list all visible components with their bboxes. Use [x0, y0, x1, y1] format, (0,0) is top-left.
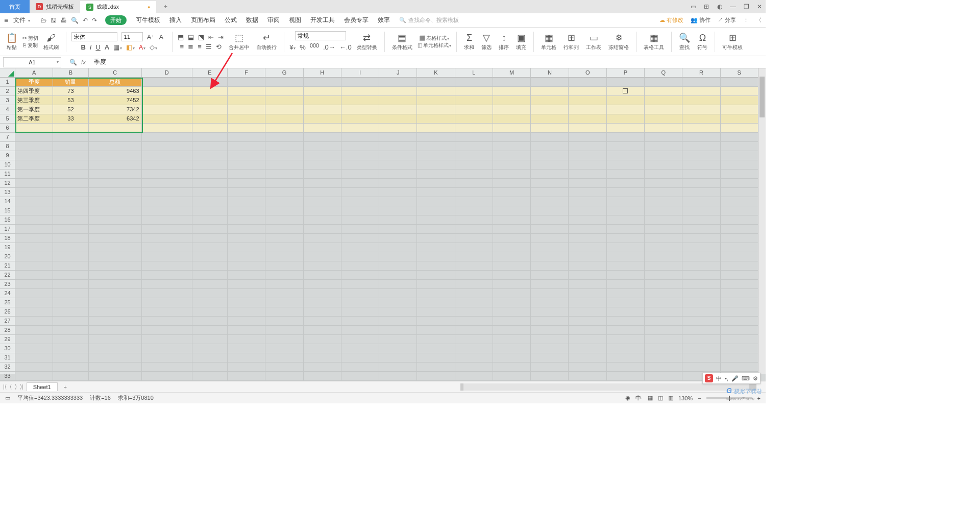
cell[interactable] — [265, 307, 303, 317]
cell[interactable] — [493, 234, 531, 243]
border-icon[interactable]: ▦▾ — [113, 43, 122, 51]
cell[interactable] — [192, 344, 228, 353]
tab-workbook[interactable]: S 成绩.xlsx ● — [80, 0, 156, 13]
cell[interactable] — [142, 307, 192, 317]
cell[interactable] — [379, 289, 417, 298]
cell[interactable] — [493, 289, 531, 298]
cell[interactable] — [417, 151, 455, 160]
cell[interactable] — [15, 225, 53, 234]
cell[interactable] — [341, 78, 379, 87]
cell[interactable] — [341, 280, 379, 289]
cell[interactable] — [304, 206, 341, 215]
cell[interactable] — [304, 317, 341, 326]
unsynced-label[interactable]: ☁ 有修改 — [659, 16, 683, 24]
cell[interactable] — [379, 372, 417, 381]
cell[interactable] — [15, 124, 53, 133]
cell[interactable]: 52 — [53, 105, 88, 114]
cell[interactable] — [493, 96, 531, 105]
cell[interactable] — [142, 160, 192, 170]
cell[interactable] — [569, 96, 606, 105]
cell[interactable] — [53, 151, 88, 160]
cell[interactable] — [531, 151, 569, 160]
row-header-6[interactable]: 6 — [0, 124, 15, 133]
row-header-14[interactable]: 14 — [0, 197, 15, 206]
cell[interactable] — [89, 271, 142, 280]
cell[interactable] — [341, 206, 379, 215]
cell[interactable] — [341, 133, 379, 142]
more-icon[interactable]: ⋮ — [743, 17, 749, 23]
cell[interactable] — [645, 142, 682, 151]
cell[interactable] — [265, 87, 303, 96]
cell[interactable] — [341, 298, 379, 307]
sheet-nav-last[interactable]: ⟩| — [20, 383, 23, 390]
cell[interactable] — [341, 372, 379, 381]
ime-toolbar[interactable]: S 中 •, 🎤 ⌨ ⚙ — [702, 373, 761, 384]
cell[interactable] — [493, 215, 531, 225]
cell[interactable] — [15, 280, 53, 289]
cell[interactable] — [569, 78, 606, 87]
cell[interactable] — [304, 105, 341, 114]
zoom-out-icon[interactable]: − — [698, 395, 701, 401]
cell[interactable] — [493, 317, 531, 326]
cell[interactable] — [455, 280, 493, 289]
cell[interactable]: 53 — [53, 96, 88, 105]
cell[interactable] — [379, 179, 417, 188]
cell[interactable] — [265, 234, 303, 243]
cell[interactable]: 季度 — [15, 78, 53, 87]
cell[interactable] — [192, 261, 228, 271]
cell[interactable] — [341, 326, 379, 335]
cell[interactable] — [142, 151, 192, 160]
cell[interactable] — [265, 317, 303, 326]
cell[interactable] — [607, 142, 645, 151]
file-menu[interactable]: 文件 ▾ — [13, 16, 30, 25]
cell[interactable] — [493, 252, 531, 261]
cell[interactable] — [607, 179, 645, 188]
cell[interactable] — [607, 353, 645, 363]
number-format-select[interactable] — [295, 31, 346, 40]
ime-punct-icon[interactable]: •, — [725, 375, 728, 381]
cell[interactable] — [304, 252, 341, 261]
cell[interactable] — [569, 179, 606, 188]
cell[interactable] — [682, 160, 720, 170]
cell[interactable] — [265, 353, 303, 363]
cell[interactable] — [607, 188, 645, 197]
cell[interactable] — [142, 353, 192, 363]
cell[interactable] — [682, 243, 720, 252]
cell[interactable] — [721, 142, 758, 151]
cell[interactable] — [645, 271, 682, 280]
cell[interactable] — [228, 114, 265, 124]
cell[interactable] — [15, 170, 53, 179]
cell[interactable] — [228, 261, 265, 271]
cell[interactable] — [721, 326, 758, 335]
row-header-15[interactable]: 15 — [0, 206, 15, 215]
cell[interactable] — [531, 96, 569, 105]
fx-icon[interactable]: fx — [81, 59, 86, 66]
cell[interactable] — [89, 133, 142, 142]
horizontal-scrollbar[interactable] — [460, 383, 756, 391]
select-all-corner[interactable] — [0, 68, 15, 78]
sheet-nav-prev[interactable]: ⟨ — [10, 383, 12, 390]
cell[interactable] — [192, 188, 228, 197]
cell[interactable] — [379, 105, 417, 114]
cell[interactable] — [455, 142, 493, 151]
cell[interactable] — [607, 271, 645, 280]
view-page-icon[interactable]: ◫ — [658, 395, 663, 401]
cell[interactable] — [417, 170, 455, 179]
sum-button[interactable]: Σ求和 — [462, 33, 476, 51]
cell[interactable] — [379, 151, 417, 160]
cell[interactable] — [721, 307, 758, 317]
cell[interactable] — [645, 170, 682, 179]
column-headers[interactable]: ABCDEFGHIJKLMNOPQRS — [15, 68, 758, 78]
cell[interactable] — [265, 215, 303, 225]
italic-icon[interactable]: I — [90, 43, 92, 51]
sheet-tab[interactable]: Sheet1 — [27, 382, 58, 391]
row-header-19[interactable]: 19 — [0, 243, 15, 252]
rowcol-button[interactable]: ⊞行和列 — [561, 32, 581, 51]
cell[interactable] — [455, 261, 493, 271]
cell[interactable] — [531, 206, 569, 215]
cell[interactable] — [721, 179, 758, 188]
cell[interactable] — [645, 133, 682, 142]
cell[interactable] — [455, 160, 493, 170]
cell[interactable] — [341, 243, 379, 252]
cell[interactable] — [89, 317, 142, 326]
